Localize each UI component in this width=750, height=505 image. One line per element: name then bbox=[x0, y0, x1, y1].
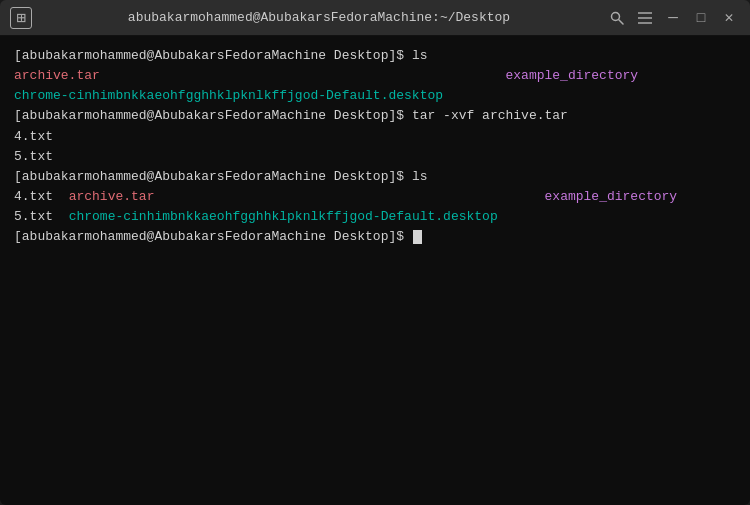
file-chrome-desktop2: chrome-cinhimbnkkaeohfgghhklpknlkffjgod-… bbox=[69, 209, 498, 224]
maximize-button[interactable]: □ bbox=[690, 7, 712, 29]
window-icon: ⊞ bbox=[10, 7, 32, 29]
terminal-line: [abubakarmohammed@AbubakarsFedoraMachine… bbox=[14, 167, 736, 187]
prompt-final: [abubakarmohammed@AbubakarsFedoraMachine… bbox=[14, 229, 412, 244]
add-terminal-icon[interactable]: ⊞ bbox=[16, 8, 26, 28]
command-text: ls bbox=[412, 48, 428, 63]
prompt: [abubakarmohammed@AbubakarsFedoraMachine… bbox=[14, 169, 412, 184]
prompt: [abubakarmohammed@AbubakarsFedoraMachine… bbox=[14, 108, 412, 123]
terminal-line: [abubakarmohammed@AbubakarsFedoraMachine… bbox=[14, 46, 736, 66]
command-text: ls bbox=[412, 169, 428, 184]
terminal-line: 4.txt archive.tar example_directory bbox=[14, 187, 736, 207]
terminal-body[interactable]: [abubakarmohammed@AbubakarsFedoraMachine… bbox=[0, 36, 750, 505]
file-archive-tar: archive.tar bbox=[14, 68, 100, 83]
file-4txt: 4.txt bbox=[14, 189, 53, 204]
minimize-button[interactable]: — bbox=[662, 7, 684, 29]
menu-button[interactable] bbox=[634, 7, 656, 29]
dir-example2: example_directory bbox=[545, 189, 678, 204]
terminal-line: archive.tar example_directory bbox=[14, 66, 736, 86]
terminal-line-final: [abubakarmohammed@AbubakarsFedoraMachine… bbox=[14, 227, 736, 247]
dir-example: example_directory bbox=[506, 68, 639, 83]
terminal-line: 5.txt chrome-cinhimbnkkaeohfgghhklpknlkf… bbox=[14, 207, 736, 227]
terminal-line: chrome-cinhimbnkkaeohfgghhklpknlkffjgod-… bbox=[14, 86, 736, 106]
spacer2 bbox=[154, 189, 544, 204]
spacer bbox=[53, 209, 69, 224]
command-text: tar -xvf archive.tar bbox=[412, 108, 568, 123]
search-button[interactable] bbox=[606, 7, 628, 29]
window-controls: — □ ✕ bbox=[606, 7, 740, 29]
svg-line-1 bbox=[619, 19, 623, 23]
titlebar-left: ⊞ bbox=[10, 7, 32, 29]
file-chrome-desktop: chrome-cinhimbnkkaeohfgghhklpknlkffjgod-… bbox=[14, 88, 443, 103]
terminal-line: 4.txt bbox=[14, 127, 736, 147]
terminal-line: 5.txt bbox=[14, 147, 736, 167]
prompt: [abubakarmohammed@AbubakarsFedoraMachine… bbox=[14, 48, 412, 63]
titlebar-center: abubakarmohammed@AbubakarsFedoraMachine:… bbox=[32, 10, 606, 25]
terminal-line: [abubakarmohammed@AbubakarsFedoraMachine… bbox=[14, 106, 736, 126]
spacer bbox=[53, 189, 69, 204]
file-archive-tar2: archive.tar bbox=[69, 189, 155, 204]
window-title: abubakarmohammed@AbubakarsFedoraMachine:… bbox=[32, 10, 606, 25]
spacer bbox=[100, 68, 506, 83]
terminal-window: ⊞ abubakarmohammed@AbubakarsFedoraMachin… bbox=[0, 0, 750, 505]
close-button[interactable]: ✕ bbox=[718, 7, 740, 29]
output-4txt: 4.txt bbox=[14, 129, 53, 144]
file-5txt: 5.txt bbox=[14, 209, 53, 224]
output-5txt: 5.txt bbox=[14, 149, 53, 164]
titlebar: ⊞ abubakarmohammed@AbubakarsFedoraMachin… bbox=[0, 0, 750, 36]
cursor bbox=[413, 230, 422, 244]
